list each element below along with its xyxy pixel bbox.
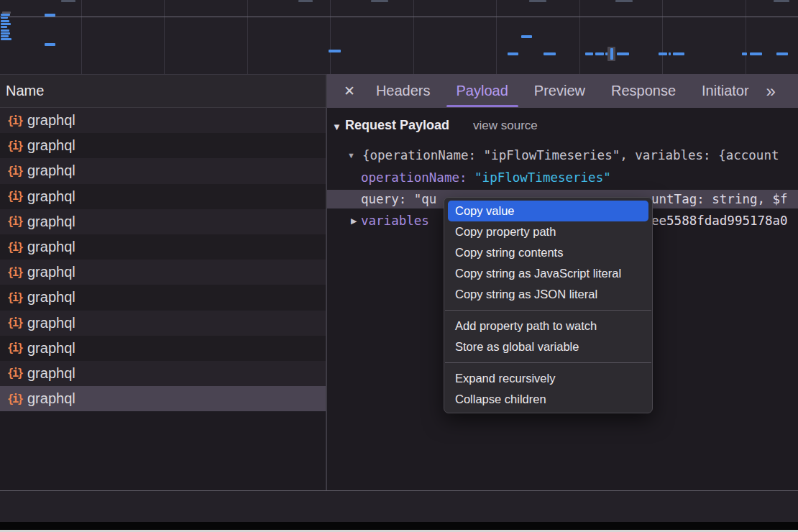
overview-gridline xyxy=(164,0,165,74)
request-name: graphql xyxy=(27,315,75,331)
request-name: graphql xyxy=(27,214,75,230)
bottom-bar xyxy=(0,522,798,530)
overview-gridline xyxy=(413,0,414,74)
request-row[interactable]: {i}graphql xyxy=(0,133,326,158)
overview-request-bar xyxy=(776,52,788,55)
request-row[interactable]: {i}graphql xyxy=(0,234,326,260)
detail-tabs: Headers Payload Preview Response Initiat… xyxy=(376,74,749,108)
request-row[interactable]: {i}graphql xyxy=(0,209,326,234)
request-row[interactable]: {i}graphql xyxy=(0,311,326,336)
tab-payload[interactable]: Payload xyxy=(457,74,508,108)
menu-item-expand-recursively[interactable]: Expand recursively xyxy=(444,368,652,389)
tab-response[interactable]: Response xyxy=(611,74,676,108)
json-braces-icon: {i} xyxy=(7,114,27,127)
variables-text-right: ee5588fdad995178a0 xyxy=(651,211,788,230)
request-name: graphql xyxy=(27,162,75,179)
query-text-right: untTag: string, $f xyxy=(651,190,788,208)
more-tabs-icon[interactable]: » xyxy=(766,81,774,101)
overview-request-bar xyxy=(45,14,55,17)
overview-request-bar xyxy=(61,0,75,2)
overview-request-bar xyxy=(1,14,10,16)
menu-item-copy-property-path[interactable]: Copy property path xyxy=(444,221,652,242)
request-name: graphql xyxy=(27,112,75,129)
collapse-triangle-icon: ▼ xyxy=(332,121,341,132)
devtools-network-panel: Name ✕ Headers Payload Preview Response … xyxy=(0,0,798,530)
overview-request-bar xyxy=(595,52,604,55)
request-row[interactable]: {i}graphql xyxy=(0,108,326,133)
overview-request-bar xyxy=(659,52,667,55)
request-row-selected[interactable]: {i}graphql xyxy=(0,386,326,411)
overview-gridline xyxy=(0,17,798,17)
overview-request-bar xyxy=(742,52,747,55)
overview-gridline xyxy=(746,0,746,74)
menu-item-add-property-path-to-watch[interactable]: Add property path to watch xyxy=(444,316,652,336)
menu-item-collapse-children[interactable]: Collapse children xyxy=(444,389,652,410)
overview-request-bar xyxy=(774,0,789,2)
request-payload-section[interactable]: ▼ Request Payload view source xyxy=(327,118,798,137)
menu-item-copy-string-js-literal[interactable]: Copy string as JavaScript literal xyxy=(444,263,652,284)
json-braces-icon: {i} xyxy=(7,341,27,354)
json-braces-icon: {i} xyxy=(7,316,27,329)
request-row[interactable]: {i}graphql xyxy=(0,260,326,285)
overview-request-bar xyxy=(673,52,684,55)
request-name: graphql xyxy=(27,289,75,306)
request-row[interactable]: {i}graphql xyxy=(0,361,326,386)
request-row[interactable]: {i}graphql xyxy=(0,184,326,209)
request-row[interactable]: {i}graphql xyxy=(0,158,326,183)
payload-preview-text: {operationName: "ipFlowTimeseries", vari… xyxy=(362,146,779,165)
overview-request-bar xyxy=(1,20,9,22)
overview-gridline xyxy=(330,0,331,74)
property-value: "ipFlowTimeseries" xyxy=(474,170,611,185)
request-row[interactable]: {i}graphql xyxy=(0,285,326,310)
json-braces-icon: {i} xyxy=(7,165,27,178)
expand-triangle-icon: ▶ xyxy=(351,211,357,230)
overview-request-bar xyxy=(615,0,633,2)
overview-request-bar xyxy=(1,38,12,40)
overview-request-bar xyxy=(45,43,55,46)
overview-request-bar xyxy=(371,0,388,2)
json-braces-icon: {i} xyxy=(7,215,27,228)
overview-request-bar xyxy=(1,32,10,35)
overview-gridline xyxy=(662,0,663,74)
menu-item-store-as-global-variable[interactable]: Store as global variable xyxy=(444,336,652,357)
request-name: graphql xyxy=(27,239,75,255)
close-icon[interactable]: ✕ xyxy=(344,83,355,99)
context-menu: Copy value Copy property path Copy strin… xyxy=(444,197,653,413)
overview-request-bar xyxy=(508,52,518,55)
tab-initiator[interactable]: Initiator xyxy=(702,74,749,108)
view-source-link[interactable]: view source xyxy=(473,119,538,133)
request-name: graphql xyxy=(27,390,75,407)
collapse-triangle-icon: ▼ xyxy=(347,146,355,165)
network-overview[interactable] xyxy=(0,0,798,74)
overview-gridline xyxy=(496,0,497,74)
tab-headers[interactable]: Headers xyxy=(376,74,431,108)
status-footer xyxy=(0,491,798,522)
menu-item-copy-string-contents[interactable]: Copy string contents xyxy=(444,242,652,263)
json-braces-icon: {i} xyxy=(7,139,27,152)
json-braces-icon: {i} xyxy=(7,393,27,405)
overview-request-bar xyxy=(610,48,613,60)
json-braces-icon: {i} xyxy=(7,241,27,254)
overview-gridline xyxy=(579,0,580,74)
operation-name-row[interactable]: operationName: "ipFlowTimeseries" xyxy=(327,168,798,187)
overview-request-bar xyxy=(1,29,9,32)
overview-gridline xyxy=(247,0,248,74)
tab-preview[interactable]: Preview xyxy=(534,74,585,108)
section-title: Request Payload xyxy=(345,118,449,133)
request-name: graphql xyxy=(27,264,75,280)
request-row[interactable]: {i}graphql xyxy=(0,336,326,361)
request-name: graphql xyxy=(27,340,75,357)
overview-request-bar xyxy=(1,35,9,37)
property-key: variables xyxy=(361,211,429,230)
overview-gridline xyxy=(81,0,82,74)
name-column-header[interactable]: Name xyxy=(0,74,326,108)
json-braces-icon: {i} xyxy=(7,367,27,380)
overview-request-bar xyxy=(669,52,671,55)
overview-request-bar xyxy=(521,35,532,38)
json-braces-icon: {i} xyxy=(7,266,27,279)
overview-request-bar xyxy=(617,52,629,55)
payload-root-row[interactable]: ▼ {operationName: "ipFlowTimeseries", va… xyxy=(327,146,798,165)
overview-request-bar xyxy=(529,0,546,2)
menu-item-copy-value[interactable]: Copy value xyxy=(448,201,648,221)
menu-item-copy-string-json-literal[interactable]: Copy string as JSON literal xyxy=(444,284,652,305)
